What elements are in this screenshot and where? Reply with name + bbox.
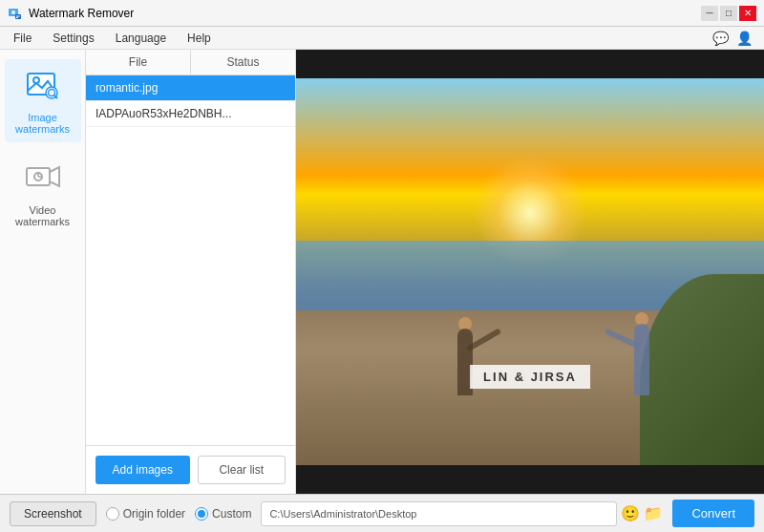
- beach-photo: LIN & JIRSA: [296, 78, 764, 465]
- user-icon[interactable]: 👤: [736, 31, 753, 46]
- file-list-header: File Status: [86, 50, 295, 75]
- menu-file[interactable]: File: [4, 30, 41, 47]
- menu-items: File Settings Language Help: [4, 30, 221, 47]
- sidebar-item-video-watermarks[interactable]: Video watermarks: [5, 152, 81, 235]
- radio-group: Origin folder: [106, 507, 185, 521]
- preview-area: LIN & JIRSA: [296, 50, 764, 494]
- menu-language[interactable]: Language: [106, 30, 176, 47]
- content-area: Image watermarks Video watermarks: [0, 50, 764, 494]
- close-button[interactable]: ✕: [739, 6, 756, 21]
- watermark-text: LIN & JIRSA: [483, 370, 577, 384]
- sidebar-label-video-watermarks: Video watermarks: [12, 204, 74, 227]
- svg-point-1: [11, 11, 15, 14]
- custom-label: Custom: [212, 507, 251, 521]
- emoji-icon[interactable]: 🙂: [621, 504, 640, 522]
- folder-icon[interactable]: 📁: [644, 504, 663, 522]
- col-status: Status: [191, 50, 295, 74]
- figure-right-body: [634, 324, 649, 395]
- figure-right: [623, 290, 661, 395]
- app-icon: [8, 6, 23, 21]
- file-name-2: IADPAuoR53xHe2DNBH...: [96, 107, 286, 120]
- title-bar: Watermark Remover ─ □ ✕: [0, 0, 764, 27]
- sidebar: Image watermarks Video watermarks: [0, 50, 86, 494]
- center-buttons: Add images Clear list: [86, 445, 295, 494]
- chat-icon[interactable]: 💬: [712, 31, 729, 46]
- minimize-button[interactable]: ─: [701, 6, 718, 21]
- title-left: Watermark Remover: [8, 6, 134, 21]
- file-row-2[interactable]: IADPAuoR53xHe2DNBH...: [86, 101, 295, 127]
- col-file: File: [86, 50, 191, 74]
- watermark-overlay: LIN & JIRSA: [470, 365, 590, 389]
- screenshot-button[interactable]: Screenshot: [10, 501, 96, 526]
- image-watermarks-icon: [25, 67, 61, 106]
- sidebar-label-image-watermarks: Image watermarks: [12, 112, 74, 135]
- svg-marker-11: [50, 167, 59, 186]
- clear-list-button[interactable]: Clear list: [198, 456, 286, 484]
- custom-radio[interactable]: [195, 507, 208, 521]
- file-list: romantic.jpg IADPAuoR53xHe2DNBH...: [86, 75, 295, 445]
- menu-help[interactable]: Help: [178, 30, 221, 47]
- file-row-1[interactable]: romantic.jpg: [86, 75, 295, 101]
- menu-bar: File Settings Language Help 💬 👤: [0, 27, 764, 50]
- maximize-button[interactable]: □: [720, 6, 737, 21]
- path-input-wrapper: 🙂 📁: [261, 501, 663, 526]
- video-watermarks-icon: [25, 160, 61, 199]
- custom-option[interactable]: Custom: [195, 507, 251, 521]
- convert-button[interactable]: Convert: [672, 500, 754, 527]
- path-input[interactable]: [261, 501, 617, 526]
- file-name-1: romantic.jpg: [96, 81, 286, 95]
- bottom-bar: Screenshot Origin folder Custom 🙂 📁 Conv…: [0, 494, 764, 532]
- center-panel: File Status romantic.jpg IADPAuoR53xHe2D…: [86, 50, 296, 494]
- origin-folder-option[interactable]: Origin folder: [106, 507, 185, 521]
- menu-settings[interactable]: Settings: [43, 30, 103, 47]
- add-images-button[interactable]: Add images: [96, 456, 190, 484]
- menu-icons: 💬 👤: [712, 31, 760, 46]
- origin-folder-label: Origin folder: [123, 507, 185, 521]
- origin-folder-radio[interactable]: [106, 507, 119, 521]
- sidebar-item-image-watermarks[interactable]: Image watermarks: [5, 59, 81, 142]
- title-text: Watermark Remover: [29, 7, 134, 20]
- title-controls: ─ □ ✕: [701, 6, 756, 21]
- custom-radio-group: Custom: [195, 507, 251, 521]
